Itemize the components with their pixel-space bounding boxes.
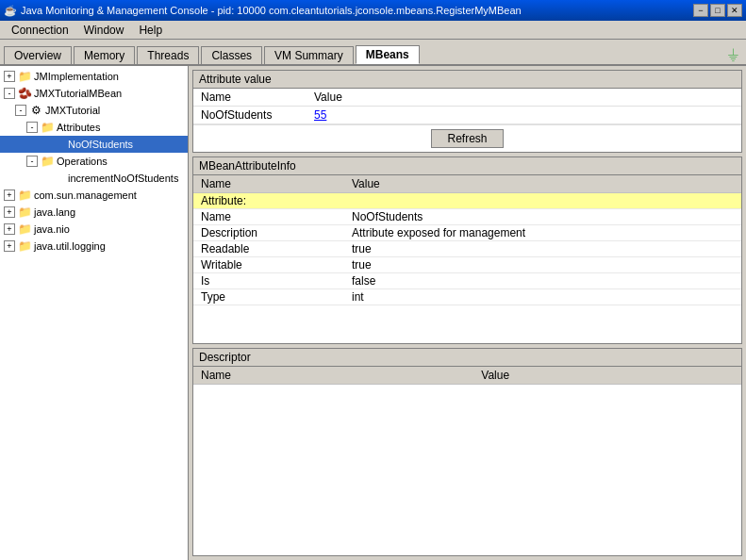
tree-item-java-util-logging[interactable]: + 📁 java.util.logging: [0, 238, 188, 255]
tree-label-jmimplementation: JMImplementation: [34, 71, 119, 82]
title-bar-text: Java Monitoring & Management Console - p…: [21, 5, 522, 16]
mbean-info-header-row: Name Value: [193, 175, 741, 193]
mbean-description-value: Attribute exposed for management: [344, 225, 741, 241]
tree-item-java-lang[interactable]: + 📁 java.lang: [0, 204, 188, 221]
tree-label-attributes: Attributes: [57, 122, 100, 133]
mbean-type-row: Type int: [193, 289, 741, 305]
tree-label-com-sun: com.sun.management: [34, 189, 137, 201]
tab-memory[interactable]: Memory: [74, 46, 135, 64]
descriptor-table: Name Value: [193, 367, 741, 385]
app-icon: ☕: [4, 5, 17, 17]
main-layout: + 📁 JMImplementation - 🫘 JMXTutorialMBea…: [0, 66, 746, 560]
mbean-writable-label: Writable: [193, 257, 344, 273]
tree-label-incrementnoofstudents: incrementNoOfStudents: [68, 173, 178, 184]
tab-threads[interactable]: Threads: [137, 46, 199, 64]
tree-label-jmxtutorial: JMXTutorial: [45, 105, 100, 116]
mbean-is-label: Is: [193, 273, 344, 289]
mbean-is-value: false: [344, 273, 741, 289]
attr-noofstudents-value[interactable]: 55: [307, 107, 741, 124]
menu-window[interactable]: Window: [76, 22, 132, 39]
close-button[interactable]: ✕: [727, 4, 742, 17]
content-panel: Attribute value Name Value NoOfStudents …: [189, 66, 746, 560]
mbean-value-header: Value: [344, 175, 741, 193]
refresh-row: Refresh: [193, 124, 741, 152]
tab-vm-summary[interactable]: VM Summary: [264, 46, 354, 64]
tab-bar: Overview Memory Threads Classes VM Summa…: [0, 40, 746, 66]
tree-item-attributes[interactable]: - 📁 Attributes: [0, 119, 188, 136]
mbean-name-row: Name NoOfStudents: [193, 209, 741, 225]
tree-item-jmxtutorialmbean[interactable]: - 🫘 JMXTutorialMBean: [0, 85, 188, 102]
tab-right: ⏚: [728, 44, 742, 64]
attr-header-row: Name Value: [193, 89, 741, 107]
expand-java-lang[interactable]: +: [4, 206, 15, 218]
mbean-readable-label: Readable: [193, 241, 344, 257]
mbean-writable-value: true: [344, 257, 741, 273]
expand-jmimplementation[interactable]: +: [4, 71, 15, 82]
mbean-info-table: Name Value Attribute: Name NoOfStudents …: [193, 175, 741, 305]
attributes-folder-icon: 📁: [40, 120, 55, 135]
expand-jmxtutorialmbean[interactable]: -: [4, 88, 15, 99]
mbean-attribute-label: Attribute:: [193, 193, 344, 209]
noofstudents-value-link[interactable]: 55: [314, 108, 326, 122]
attribute-value-table: Name Value NoOfStudents 55: [193, 89, 741, 124]
tab-mbeans[interactable]: MBeans: [356, 45, 420, 64]
mbean-attribute-value: [344, 193, 741, 209]
tree-label-noofstudents: NoOfStudents: [68, 139, 133, 150]
title-bar-controls[interactable]: − □ ✕: [693, 4, 742, 17]
attribute-value-title: Attribute value: [193, 71, 741, 89]
mbean-type-value: int: [344, 289, 741, 305]
mbean-attribute-row: Attribute:: [193, 193, 741, 209]
tree-panel[interactable]: + 📁 JMImplementation - 🫘 JMXTutorialMBea…: [0, 66, 189, 560]
mbean-name-label: Name: [193, 209, 344, 225]
com-sun-folder-icon: 📁: [17, 188, 32, 203]
gear-icon: ⚙: [28, 103, 43, 118]
mbean-writable-row: Writable true: [193, 257, 741, 273]
mbean-name-header: Name: [193, 175, 344, 193]
menu-connection[interactable]: Connection: [4, 22, 76, 39]
operations-folder-icon: 📁: [40, 154, 55, 169]
maximize-button[interactable]: □: [710, 4, 725, 17]
mbean-info-title: MBeanAttributeInfo: [193, 157, 741, 175]
tree-item-java-nio[interactable]: + 📁 java.nio: [0, 221, 188, 238]
tree-item-noofstudents[interactable]: NoOfStudents: [0, 136, 188, 153]
tab-classes[interactable]: Classes: [201, 46, 262, 64]
descriptor-header-row: Name Value: [193, 367, 741, 385]
tree-item-incrementnoofstudents[interactable]: incrementNoOfStudents: [0, 170, 188, 187]
mbean-info-box: MBeanAttributeInfo Name Value Attribute:…: [192, 156, 742, 344]
mbean-description-label: Description: [193, 225, 344, 241]
title-bar-left: ☕ Java Monitoring & Management Console -…: [4, 5, 522, 17]
incrementnoofstudents-icon: [51, 171, 66, 186]
attr-noofstudents-row: NoOfStudents 55: [193, 107, 741, 124]
tree-item-jmxtutorial[interactable]: - ⚙ JMXTutorial: [0, 102, 188, 119]
expand-java-nio[interactable]: +: [4, 223, 15, 235]
attr-value-header: Value: [307, 89, 741, 107]
expand-attributes[interactable]: -: [26, 122, 38, 133]
expand-operations[interactable]: -: [26, 156, 38, 167]
tree-item-com-sun[interactable]: + 📁 com.sun.management: [0, 187, 188, 204]
mbean-type-label: Type: [193, 289, 344, 305]
tree-label-operations: Operations: [57, 156, 108, 167]
expand-java-util-logging[interactable]: +: [4, 240, 15, 252]
expand-com-sun[interactable]: +: [4, 189, 15, 201]
mbean-readable-value: true: [344, 241, 741, 257]
expand-jmxtutorial[interactable]: -: [15, 105, 26, 116]
tree-label-jmxtutorialmbean: JMXTutorialMBean: [34, 88, 122, 99]
network-icon: ⏚: [728, 44, 738, 64]
bean-icon: 🫘: [17, 86, 32, 101]
mbean-name-value: NoOfStudents: [344, 209, 741, 225]
menu-bar: Connection Window Help: [0, 21, 746, 40]
minimize-button[interactable]: −: [693, 4, 708, 17]
tree-label-java-util-logging: java.util.logging: [34, 240, 106, 252]
java-nio-folder-icon: 📁: [17, 222, 32, 237]
attribute-value-box: Attribute value Name Value NoOfStudents …: [192, 70, 742, 153]
tree-item-operations[interactable]: - 📁 Operations: [0, 153, 188, 170]
descriptor-box: Descriptor Name Value: [192, 348, 742, 556]
tree-item-jmimplementation[interactable]: + 📁 JMImplementation: [0, 68, 188, 85]
folder-icon: 📁: [17, 69, 32, 84]
tab-overview[interactable]: Overview: [4, 46, 72, 64]
mbean-description-row: Description Attribute exposed for manage…: [193, 225, 741, 241]
refresh-button[interactable]: Refresh: [431, 129, 503, 148]
descriptor-title: Descriptor: [193, 349, 741, 367]
menu-help[interactable]: Help: [131, 22, 170, 39]
mbean-is-row: Is false: [193, 273, 741, 289]
